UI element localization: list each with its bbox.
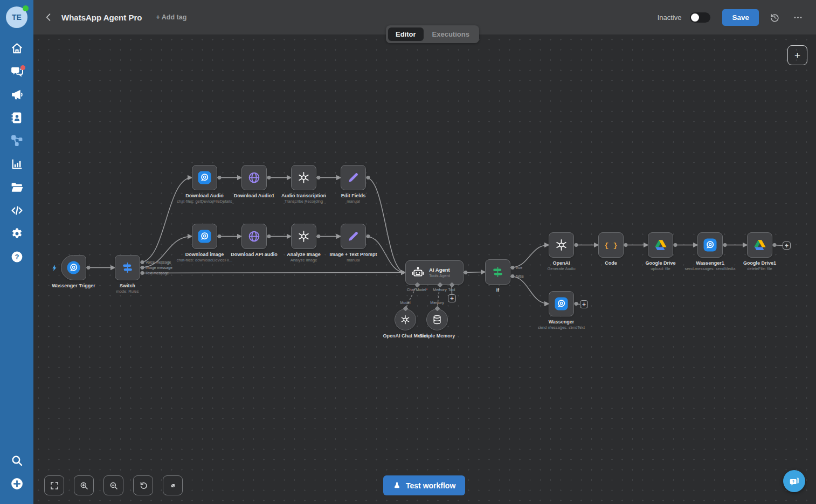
workflow-node-switch[interactable]: Switchmode: RulesVoice messageImage mess… <box>115 255 140 280</box>
workflow-node-downloadApiAudio[interactable]: Download API audio <box>241 224 267 249</box>
sidebar-item-search[interactable] <box>0 450 33 473</box>
node-box[interactable]: AI AgentTools Agent <box>405 260 464 285</box>
zoom-in-button[interactable] <box>74 475 94 495</box>
node-box[interactable] <box>291 224 316 249</box>
output-port-dot[interactable] <box>674 243 677 247</box>
workflow-node-downloadAudio1[interactable]: Download Audio1 <box>241 165 267 190</box>
workflow-node-wassengerTrigger[interactable]: Wassenger Trigger <box>61 255 86 280</box>
output-port-dot[interactable] <box>366 234 370 238</box>
workflow-node-plusWassenger[interactable]: + <box>580 300 588 308</box>
node-box[interactable] <box>61 255 86 280</box>
node-box[interactable] <box>648 232 673 258</box>
expand-button[interactable] <box>163 475 183 495</box>
output-port-dot[interactable] <box>317 234 321 238</box>
output-port-dot[interactable] <box>464 271 468 274</box>
output-port-dot[interactable] <box>267 234 271 238</box>
sidebar-item-chats[interactable] <box>0 61 33 84</box>
node-box[interactable] <box>426 309 448 330</box>
save-button[interactable]: Save <box>722 9 759 26</box>
node-box[interactable] <box>549 291 574 316</box>
workflow-node-wassenger1[interactable]: Wassenger1send-messages: sendMedia <box>697 232 723 258</box>
output-port-dot[interactable] <box>141 266 144 270</box>
node-box[interactable]: + <box>580 300 588 308</box>
editor-executions-tabs: Editor Executions <box>386 25 479 43</box>
node-box[interactable] <box>341 224 366 249</box>
sidebar-item-create[interactable] <box>0 473 33 496</box>
node-box[interactable] <box>341 165 366 190</box>
output-port-dot[interactable] <box>773 243 777 247</box>
openai-icon <box>400 314 411 325</box>
sidebar-item-campaigns[interactable] <box>0 84 33 107</box>
sidebar-item-workflows[interactable] <box>0 130 33 154</box>
node-box[interactable] <box>485 259 510 285</box>
workflow-node-imageTextPrompt[interactable]: Image + Text Promptmanual <box>341 224 366 249</box>
active-toggle[interactable] <box>690 12 710 23</box>
workflow-title[interactable]: WhatsApp Agent Pro <box>61 13 142 22</box>
workflow-node-googleDrive[interactable]: Google Driveupload: file <box>648 232 673 258</box>
output-port-dot[interactable] <box>511 266 515 270</box>
node-box[interactable]: { } <box>598 232 624 258</box>
node-box[interactable] <box>192 224 217 249</box>
workflow-node-editFields[interactable]: Edit Fieldsmanual <box>341 165 366 190</box>
reset-zoom-button[interactable] <box>133 475 153 495</box>
node-box[interactable] <box>747 232 772 258</box>
zoom-out-button[interactable] <box>103 475 123 495</box>
output-port-dot[interactable] <box>575 243 578 247</box>
sidebar-item-contacts[interactable] <box>0 107 33 130</box>
workflow-node-wassengerText[interactable]: Wassengersend-messages: sendText <box>549 291 574 316</box>
node-box[interactable] <box>192 165 217 190</box>
workflow-node-openai[interactable]: OpenAIGenerate Audio <box>549 232 574 258</box>
output-port-dot[interactable] <box>141 271 144 275</box>
workflow-node-aiAgent[interactable]: AI AgentTools AgentChat Model*MemoryTool <box>405 260 464 285</box>
workflow-canvas[interactable]: Wassenger TriggerSwitchmode: RulesVoice … <box>33 34 816 504</box>
history-button[interactable] <box>767 10 782 25</box>
workflow-node-googleDrive1[interactable]: Google Drive1deleteFile: file <box>747 232 772 258</box>
output-port-dot[interactable] <box>723 243 727 247</box>
workflow-node-downloadAudio[interactable]: Download Audiochat-files: getDeviceFileD… <box>192 165 217 190</box>
output-port-dot[interactable] <box>317 176 321 179</box>
sidebar-item-developer[interactable] <box>0 200 33 223</box>
sidebar-item-help[interactable]: ? <box>0 246 33 270</box>
tab-editor[interactable]: Editor <box>388 27 424 41</box>
more-options-button[interactable] <box>791 10 805 25</box>
output-port-dot[interactable] <box>218 234 222 238</box>
node-box[interactable] <box>697 232 723 258</box>
node-box[interactable] <box>241 224 267 249</box>
help-chat-widget[interactable]: ? <box>783 470 805 492</box>
back-button[interactable] <box>43 12 54 23</box>
node-box[interactable]: + <box>448 294 456 302</box>
workflow-node-plusTool[interactable]: + <box>448 294 456 302</box>
output-port-dot[interactable] <box>575 302 578 306</box>
workflow-node-simpleMemory[interactable]: Simple MemoryMemory <box>426 309 448 330</box>
sidebar-item-files[interactable] <box>0 177 33 200</box>
sidebar-item-home[interactable] <box>0 38 33 61</box>
node-box[interactable] <box>291 165 316 190</box>
workflow-node-downloadImage[interactable]: Download imagechat-files: downloadDevice… <box>192 224 217 249</box>
node-box[interactable] <box>241 165 267 190</box>
output-port-dot[interactable] <box>366 176 370 179</box>
workflow-node-analyzeImage[interactable]: Analyze ImageAnalyze Image <box>291 224 316 249</box>
output-port-dot[interactable] <box>218 176 222 179</box>
test-workflow-button[interactable]: Test workflow <box>383 475 465 495</box>
sidebar-item-settings[interactable] <box>0 223 33 246</box>
output-port-dot[interactable] <box>267 176 271 179</box>
add-tag-button[interactable]: + Add tag <box>156 13 186 21</box>
workflow-node-openaiChatModel[interactable]: OpenAI Chat ModelModel <box>395 309 416 330</box>
workflow-node-ifNode[interactable]: Iftruefalse <box>485 259 510 285</box>
output-port-dot[interactable] <box>87 266 91 270</box>
workflow-node-code[interactable]: { }Code <box>598 232 624 258</box>
output-port-dot[interactable] <box>511 274 515 278</box>
tab-executions[interactable]: Executions <box>425 27 477 41</box>
output-port-dot[interactable] <box>624 243 628 247</box>
node-box[interactable]: + <box>783 241 791 250</box>
sidebar-item-analytics[interactable] <box>0 154 33 177</box>
node-box[interactable] <box>395 309 416 330</box>
node-box[interactable] <box>115 255 140 280</box>
fit-view-button[interactable] <box>44 475 64 495</box>
node-box[interactable] <box>549 232 574 258</box>
add-node-button[interactable]: + <box>787 45 807 65</box>
output-port-dot[interactable] <box>141 260 144 264</box>
workflow-node-plusEnd[interactable]: + <box>783 241 791 250</box>
workflow-node-audioTranscription[interactable]: Audio transcriptionTranscribe Recording <box>291 165 316 190</box>
avatar[interactable]: TE <box>6 6 27 28</box>
